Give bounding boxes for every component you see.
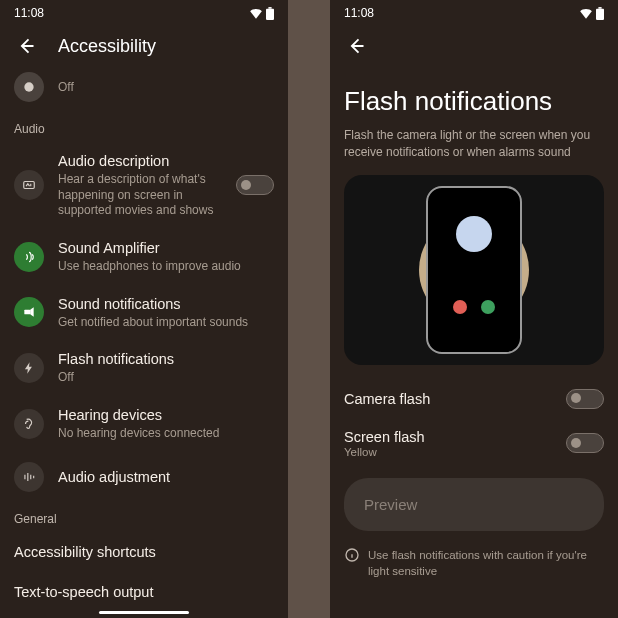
flash-icon bbox=[14, 353, 44, 383]
row-sub: Hear a description of what's happening o… bbox=[58, 172, 222, 219]
svg-rect-6 bbox=[598, 7, 601, 9]
flash-notifications-row[interactable]: Flash notifications Off bbox=[14, 340, 274, 396]
wifi-icon bbox=[579, 7, 593, 19]
audio-description-toggle[interactable] bbox=[236, 175, 274, 195]
illustration bbox=[344, 175, 604, 365]
illustration-camera-lens bbox=[456, 216, 492, 252]
illustration-red-dot bbox=[453, 300, 467, 314]
sound-notifications-row[interactable]: Sound notifications Get notified about i… bbox=[14, 285, 274, 341]
audio-description-row[interactable]: Audio description Hear a description of … bbox=[14, 142, 274, 229]
previous-item-icon bbox=[14, 72, 44, 102]
sound-amplifier-row[interactable]: Sound Amplifier Use headphones to improv… bbox=[14, 229, 274, 285]
row-sub: Get notified about important sounds bbox=[58, 315, 274, 331]
svg-rect-1 bbox=[268, 7, 271, 9]
row-title: Flash notifications bbox=[58, 350, 274, 368]
page-title: Flash notifications bbox=[344, 68, 604, 127]
arrow-back-icon bbox=[346, 36, 366, 56]
row-sub: Use headphones to improve audio bbox=[58, 259, 274, 275]
flash-notifications-screen: 11:08 Flash notifications Flash the came… bbox=[330, 0, 618, 618]
settings-list[interactable]: Off Audio Audio description Hear a descr… bbox=[0, 68, 288, 605]
sound-notifications-icon bbox=[14, 297, 44, 327]
row-title: Audio adjustment bbox=[58, 468, 274, 486]
accessibility-shortcuts-row[interactable]: Accessibility shortcuts bbox=[14, 532, 274, 572]
camera-flash-row[interactable]: Camera flash bbox=[344, 379, 604, 419]
row-sub: Off bbox=[58, 370, 274, 386]
screen-flash-row[interactable]: Screen flash Yellow bbox=[344, 419, 604, 468]
status-bar: 11:08 bbox=[330, 0, 618, 24]
back-button[interactable] bbox=[344, 34, 368, 58]
sound-amplifier-icon bbox=[14, 242, 44, 272]
app-title: Accessibility bbox=[58, 36, 156, 57]
setting-sub: Yellow bbox=[344, 446, 425, 458]
info-icon bbox=[344, 547, 360, 563]
preview-button[interactable]: Preview bbox=[344, 478, 604, 531]
audio-adjustment-icon bbox=[14, 462, 44, 492]
previous-item-status: Off bbox=[58, 80, 274, 96]
status-bar: 11:08 bbox=[0, 0, 288, 24]
accessibility-screen: 11:08 Accessibility Off Audio Audio des bbox=[0, 0, 288, 618]
app-bar: Accessibility bbox=[0, 24, 288, 68]
gesture-nav-handle[interactable] bbox=[99, 611, 189, 614]
battery-icon bbox=[266, 7, 274, 20]
hearing-devices-row[interactable]: Hearing devices No hearing devices conne… bbox=[14, 396, 274, 452]
row-title: Sound Amplifier bbox=[58, 239, 274, 257]
row-title: Audio description bbox=[58, 152, 222, 170]
status-right-icons bbox=[579, 7, 604, 20]
partial-previous-item[interactable]: Off bbox=[14, 68, 274, 112]
camera-flash-toggle[interactable] bbox=[566, 389, 604, 409]
app-bar bbox=[330, 24, 618, 68]
svg-rect-4 bbox=[24, 310, 30, 315]
audio-description-icon bbox=[14, 170, 44, 200]
info-text: Use flash notifications with caution if … bbox=[368, 547, 604, 579]
text-to-speech-row[interactable]: Text-to-speech output bbox=[14, 572, 274, 605]
battery-icon bbox=[596, 7, 604, 20]
page-subtitle: Flash the camera light or the screen whe… bbox=[344, 127, 604, 175]
info-row: Use flash notifications with caution if … bbox=[344, 531, 604, 579]
status-time: 11:08 bbox=[14, 6, 44, 20]
screen-flash-toggle[interactable] bbox=[566, 433, 604, 453]
row-title: Hearing devices bbox=[58, 406, 274, 424]
row-title: Sound notifications bbox=[58, 295, 274, 313]
status-time: 11:08 bbox=[344, 6, 374, 20]
back-button[interactable] bbox=[14, 34, 38, 58]
arrow-back-icon bbox=[16, 36, 36, 56]
row-sub: No hearing devices connected bbox=[58, 426, 274, 442]
section-label-audio: Audio bbox=[14, 112, 274, 142]
audio-adjustment-row[interactable]: Audio adjustment bbox=[14, 452, 274, 502]
setting-title: Screen flash bbox=[344, 429, 425, 445]
svg-point-2 bbox=[24, 82, 33, 91]
wifi-icon bbox=[249, 7, 263, 19]
svg-rect-0 bbox=[266, 8, 274, 19]
page-content[interactable]: Flash notifications Flash the camera lig… bbox=[330, 68, 618, 579]
svg-rect-5 bbox=[596, 8, 604, 19]
hearing-devices-icon bbox=[14, 409, 44, 439]
status-right-icons bbox=[249, 7, 274, 20]
section-label-general: General bbox=[14, 502, 274, 532]
illustration-green-dot bbox=[481, 300, 495, 314]
illustration-phone-outline bbox=[426, 186, 522, 354]
setting-title: Camera flash bbox=[344, 391, 430, 407]
